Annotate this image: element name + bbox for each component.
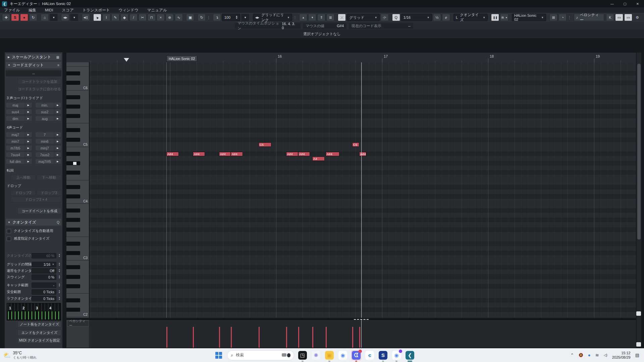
taskbar-clock[interactable]: 15:12 2025/08/29	[612, 351, 631, 360]
transpose-up-button[interactable]: ▲	[299, 14, 307, 21]
bell-icon[interactable]: 🔕	[579, 353, 583, 357]
taskbar-app-explorer[interactable]: ▣	[324, 350, 334, 360]
minimize-button[interactable]: —	[606, 0, 619, 7]
note-grid[interactable]: A#4A#4A#4A#4C5A#4A#4A4A#4C5A#4	[90, 62, 636, 318]
tetrad-maj7[interactable]: maj7▶	[6, 132, 32, 137]
black-key[interactable]	[66, 171, 80, 175]
zoom-preset-button-bottom[interactable]	[636, 342, 641, 347]
tool-draw[interactable]: ✎	[111, 14, 119, 21]
menu-item-0[interactable]: ファイル	[4, 8, 20, 13]
black-key[interactable]	[66, 95, 80, 99]
taskbar-app-discord[interactable]: ᗧ	[351, 350, 361, 360]
tool-object-selection[interactable]: ▲	[93, 14, 101, 21]
taskbar-app-cubase[interactable]: ❮	[405, 350, 415, 360]
wifi-icon[interactable]: ≋	[595, 353, 599, 358]
black-key[interactable]	[66, 208, 80, 213]
chord-flyout-arrow[interactable]: ▶	[25, 152, 32, 157]
triad-sus4[interactable]: sus4▶	[6, 109, 32, 115]
midi-note[interactable]: A#4	[219, 152, 231, 156]
menu-item-1[interactable]: 編集	[29, 8, 36, 13]
menu-item-4[interactable]: トランスポート	[83, 8, 110, 13]
drop-button-0[interactable]: ドロップ2	[11, 190, 36, 196]
record-button[interactable]: ●	[20, 14, 28, 21]
project-cursor-marker[interactable]	[124, 58, 129, 62]
spinner-2[interactable]: ▲▼	[58, 268, 60, 273]
chord-flyout-arrow[interactable]: ▶	[54, 145, 61, 150]
taskbar-app-steinberg-app[interactable]: S	[378, 350, 388, 360]
chord-flyout-arrow[interactable]: ▶	[54, 159, 61, 164]
velocity-bar[interactable]	[286, 327, 287, 348]
black-key[interactable]	[66, 251, 80, 255]
spinner-6[interactable]: ▲▼	[58, 296, 60, 300]
midi-note[interactable]: A#4	[359, 152, 366, 156]
maximize-button[interactable]: ▢	[619, 0, 631, 7]
spinner-1[interactable]: ▲▼	[58, 262, 60, 266]
midi-note[interactable]: A#4	[166, 152, 179, 156]
velocity-bar[interactable]	[312, 327, 313, 348]
black-key[interactable]	[66, 265, 80, 269]
spinner-4[interactable]: ▲▼	[58, 283, 60, 287]
layout-a-button[interactable]: ▭	[615, 14, 623, 21]
transpose-more-button[interactable]: ≣	[326, 14, 334, 21]
step-input-button[interactable]: ↴	[213, 14, 221, 21]
black-key[interactable]	[66, 308, 80, 312]
checkbox-0[interactable]	[7, 229, 11, 233]
tool-line-curve[interactable]: ∿	[175, 14, 183, 21]
triad-min[interactable]: min.▶	[35, 102, 62, 108]
chord-flyout-arrow[interactable]: ▶	[54, 139, 61, 144]
solo-button[interactable]: S	[11, 14, 19, 21]
black-key[interactable]	[66, 71, 80, 75]
velocity-bar[interactable]	[326, 327, 327, 348]
transpose-octave-button[interactable]: ⇑	[317, 14, 325, 21]
black-key[interactable]	[66, 284, 80, 288]
quantize-row-value-2[interactable]: Off	[32, 268, 56, 274]
autoscroll-button[interactable]: ▣	[186, 14, 194, 21]
spinner-0[interactable]: ▲▼	[58, 253, 60, 257]
toolbar-kebab[interactable]: ⋮	[568, 15, 570, 20]
velocity-bar[interactable]	[259, 327, 260, 348]
link-grid-dropdown[interactable]: ◀▶ グリッドにリンク ▼	[253, 14, 292, 21]
chord-flyout-arrow[interactable]: ▶	[54, 109, 61, 114]
midi-note[interactable]: A#4	[298, 152, 310, 156]
chord-flyout-arrow[interactable]: ▶	[25, 159, 32, 164]
pitch-visibility-button[interactable]: ◀▶	[61, 14, 69, 21]
taskbar-app-chrome-profile[interactable]: ◉	[391, 350, 401, 360]
quantize-action-1[interactable]: エンドをクオンタイズ	[17, 329, 61, 336]
event-colors-dropdown[interactable]: ♪ ベロシティー	[574, 14, 604, 21]
section-scale-assistant[interactable]: ▶ スケールアシスタント ▦	[6, 54, 61, 60]
triad-maj[interactable]: maj▶	[6, 102, 32, 108]
velocity-bar[interactable]	[352, 327, 353, 348]
section-chord-edit[interactable]: ▼ コードエディット ≡	[6, 62, 61, 68]
chord-flyout-arrow[interactable]: ▶	[54, 152, 61, 157]
chord-flyout-arrow[interactable]: ▶	[25, 109, 32, 114]
tetrad-fulldim[interactable]: full dim▶	[6, 159, 32, 164]
grid-options-kebab[interactable]: ⋮	[293, 15, 296, 20]
preset-button[interactable]: ⌂	[41, 14, 49, 21]
tool-mute[interactable]: ×	[157, 14, 165, 21]
velocity-bar[interactable]	[231, 327, 232, 348]
section-quantize[interactable]: ▼ クオンタイズ Q	[6, 219, 61, 226]
velocity-bar[interactable]	[359, 327, 360, 348]
midi-note[interactable]: A#4	[286, 152, 298, 156]
snap-button[interactable]: ⤬	[338, 14, 346, 21]
chord-flyout-arrow[interactable]: ▶	[54, 116, 61, 121]
menu-item-5[interactable]: ウィンドウ	[119, 8, 139, 13]
midi-note[interactable]: C5	[352, 142, 359, 147]
spinner-3[interactable]: ▲▼	[58, 275, 60, 279]
black-key[interactable]	[66, 105, 80, 109]
match-chord-track-button[interactable]: コードトラックに合わせる	[17, 86, 61, 92]
triad-sus2[interactable]: sus2▶	[35, 109, 62, 115]
midi-note[interactable]: A4	[312, 157, 325, 161]
notification-center-icon[interactable]: ▤	[635, 353, 639, 358]
insert-velocity-dropdown[interactable]: ▼	[241, 14, 249, 21]
black-key[interactable]	[66, 218, 80, 222]
tool-zoom[interactable]: ⊕	[166, 14, 174, 21]
piano-keyboard[interactable]: C6C5C4C3C2	[66, 62, 89, 318]
tetrad-min6[interactable]: min6▶	[35, 138, 62, 144]
chord-flyout-arrow[interactable]: ▶	[25, 139, 32, 144]
transpose-down-button[interactable]: ▼	[308, 14, 316, 21]
quantize-row-value-0[interactable]: 60 %	[32, 253, 56, 258]
tempo-button[interactable]: ◔	[558, 14, 567, 21]
black-key[interactable]	[66, 114, 80, 118]
search-box[interactable]: ⌕ 検索	[227, 350, 294, 360]
